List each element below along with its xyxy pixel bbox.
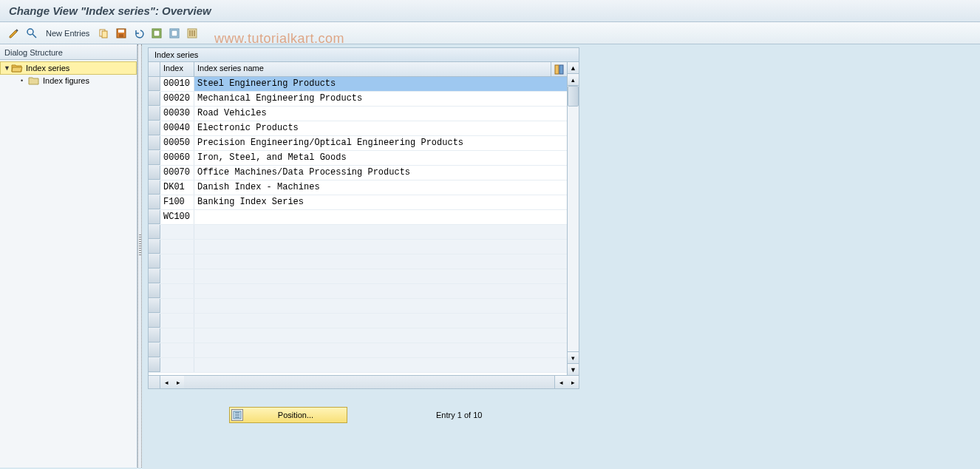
- table-row-empty: [149, 225, 567, 240]
- cell-name[interactable]: Office Machines/Data Processing Products: [194, 166, 567, 180]
- scroll-right-icon[interactable]: ▸: [567, 376, 579, 388]
- cell-index: [160, 225, 194, 239]
- scroll-left-icon[interactable]: ◂: [160, 376, 172, 388]
- table-row[interactable]: 00040Electronic Products: [149, 121, 567, 136]
- svg-rect-6: [119, 34, 123, 37]
- cell-index[interactable]: F100: [160, 195, 194, 209]
- select-all-icon[interactable]: [150, 27, 163, 40]
- vertical-scrollbar[interactable]: ▲ ▴ ▾ ▼: [567, 62, 579, 375]
- cell-name: [194, 225, 567, 239]
- row-selector[interactable]: [149, 210, 160, 224]
- row-selector[interactable]: [149, 358, 160, 372]
- cell-index[interactable]: 00050: [160, 136, 194, 150]
- svg-rect-10: [171, 30, 177, 36]
- save-icon[interactable]: [115, 27, 128, 40]
- cell-name[interactable]: Road Vehicles: [194, 107, 567, 121]
- table-row-empty: [149, 284, 567, 299]
- horizontal-scrollbar[interactable]: ◂ ▸ ◂ ▸: [148, 376, 579, 389]
- position-button[interactable]: Position...: [229, 407, 347, 423]
- table-row-empty: [149, 343, 567, 358]
- row-selector[interactable]: [149, 121, 160, 135]
- row-selector[interactable]: [149, 284, 160, 298]
- table-row[interactable]: 00030Road Vehicles: [149, 107, 567, 121]
- cell-index: [160, 284, 194, 298]
- table-row[interactable]: 00070Office Machines/Data Processing Pro…: [149, 166, 567, 180]
- cell-index: [160, 269, 194, 283]
- cell-index: [160, 254, 194, 269]
- table-row-empty: [149, 358, 567, 373]
- row-selector[interactable]: [149, 225, 160, 239]
- row-selector[interactable]: [149, 314, 160, 328]
- cell-name[interactable]: Electronic Products: [194, 121, 567, 135]
- cell-name[interactable]: [194, 210, 567, 224]
- cell-name: [194, 299, 567, 313]
- scroll-thumb[interactable]: [568, 86, 579, 107]
- row-selector[interactable]: [149, 240, 160, 254]
- scroll-up-step-icon[interactable]: ▴: [568, 74, 579, 86]
- tree-node-index-series[interactable]: ▼ Index series: [0, 61, 137, 75]
- cell-index[interactable]: 00030: [160, 107, 194, 121]
- cell-name: [194, 358, 567, 372]
- table-row[interactable]: 00010Steel Engineering Products: [149, 77, 567, 92]
- row-selector[interactable]: [149, 195, 160, 209]
- row-selector[interactable]: [149, 254, 160, 269]
- row-selector[interactable]: [149, 77, 160, 91]
- table-config-button[interactable]: [551, 62, 567, 76]
- new-entries-button[interactable]: New Entries: [43, 29, 92, 38]
- dialog-structure-sidebar: Dialog Structure ▼ Index series • Index …: [0, 44, 137, 468]
- row-selector[interactable]: [149, 328, 160, 343]
- cell-name[interactable]: Banking Index Series: [194, 195, 567, 209]
- delimit-icon[interactable]: [186, 27, 199, 40]
- table-row[interactable]: DK01Danish Index - Machines: [149, 180, 567, 195]
- table-row[interactable]: F100Banking Index Series: [149, 195, 567, 210]
- cell-index: [160, 314, 194, 328]
- cell-index[interactable]: 00010: [160, 77, 194, 91]
- scroll-left-step-icon[interactable]: ▸: [172, 376, 184, 388]
- folder-open-icon: [11, 63, 23, 73]
- scroll-down-step-icon[interactable]: ▾: [568, 351, 579, 363]
- cell-index[interactable]: DK01: [160, 180, 194, 195]
- undo-icon[interactable]: [132, 27, 146, 40]
- row-selector[interactable]: [149, 136, 160, 150]
- tree-node-index-figures[interactable]: • Index figures: [0, 75, 137, 87]
- row-selector[interactable]: [149, 180, 160, 195]
- cell-index[interactable]: 00060: [160, 151, 194, 165]
- cell-index[interactable]: 00040: [160, 121, 194, 135]
- row-selector[interactable]: [149, 92, 160, 106]
- row-selector[interactable]: [149, 343, 160, 357]
- find-icon[interactable]: [25, 27, 38, 40]
- cell-name: [194, 328, 567, 343]
- svg-rect-3: [102, 31, 107, 38]
- deselect-all-icon[interactable]: [168, 27, 181, 40]
- select-all-header[interactable]: [149, 62, 160, 76]
- entry-counter: Entry 1 of 10: [436, 411, 482, 419]
- cell-index[interactable]: 00020: [160, 92, 194, 106]
- cell-index[interactable]: 00070: [160, 166, 194, 180]
- row-selector[interactable]: [149, 107, 160, 121]
- row-selector[interactable]: [149, 269, 160, 283]
- copy-icon[interactable]: [97, 27, 110, 40]
- column-header-index[interactable]: Index: [160, 62, 194, 76]
- svg-rect-16: [559, 65, 563, 74]
- display-change-icon[interactable]: [7, 27, 21, 40]
- table-row[interactable]: 00020Mechanical Engineering Products: [149, 92, 567, 107]
- scroll-down-icon[interactable]: ▼: [568, 363, 579, 375]
- row-selector[interactable]: [149, 299, 160, 313]
- column-header-name[interactable]: Index series name: [194, 62, 551, 76]
- cell-index[interactable]: WC100: [160, 210, 194, 224]
- table-row[interactable]: 00060Iron, Steel, and Metal Goods: [149, 151, 567, 166]
- cell-index: [160, 240, 194, 254]
- collapse-icon[interactable]: ▼: [4, 64, 11, 72]
- row-selector[interactable]: [149, 151, 160, 165]
- scroll-up-icon[interactable]: ▲: [568, 62, 579, 74]
- table-row[interactable]: WC100: [149, 210, 567, 225]
- cell-name[interactable]: Danish Index - Machines: [194, 180, 567, 195]
- cell-name[interactable]: Steel Engineering Products: [194, 77, 567, 91]
- row-selector[interactable]: [149, 166, 160, 180]
- cell-name[interactable]: Mechanical Engineering Products: [194, 92, 567, 106]
- scroll-right-step-icon[interactable]: ◂: [555, 376, 567, 388]
- table-row[interactable]: 00050Precision Engineering/Optical Engin…: [149, 136, 567, 151]
- cell-name[interactable]: Precision Engineering/Optical Engineerin…: [194, 136, 567, 150]
- cell-name[interactable]: Iron, Steel, and Metal Goods: [194, 151, 567, 165]
- scroll-track[interactable]: [568, 86, 579, 351]
